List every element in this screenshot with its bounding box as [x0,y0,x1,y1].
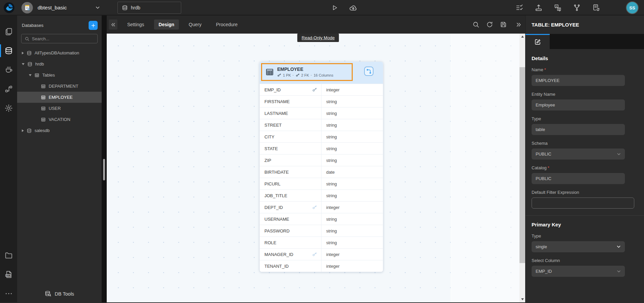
column-row-street[interactable]: STREETstring [260,119,383,131]
top-bar: dbtest_basic hrdb A SS [0,0,644,15]
column-name: ZIP [264,158,271,163]
run-icon[interactable] [331,4,338,11]
scroll-down-button[interactable] [519,296,525,302]
column-row-state[interactable]: STATEstring [260,142,383,154]
rail-item-folder[interactable] [0,251,17,260]
sidebar-scrollbar[interactable] [102,15,107,302]
collapse-sidebar-button[interactable] [109,19,117,30]
meta-separator: · [311,73,312,77]
app-avatar[interactable] [21,2,33,13]
tree-item-employee[interactable]: EMPLOYEE [17,92,102,103]
column-type: integer [321,260,383,272]
add-database-button[interactable] [89,21,98,30]
column-row-job_title[interactable]: JOB_TITLEstring [260,189,383,201]
sidebar-scrollbar-thumb[interactable] [103,159,105,180]
tree-item-department[interactable]: DEPARTMENT [17,81,102,92]
diagram-page-edge [451,34,519,302]
tree-item-label: AllTypesDBAutomation [35,50,79,55]
save-icon[interactable] [500,21,507,28]
search-input[interactable] [32,36,94,41]
plus-icon [91,23,96,28]
search-diagram-icon[interactable] [472,21,480,28]
column-row-birthdate[interactable]: BIRTHDATEdate [260,166,383,178]
pk-count: 1 PK [283,73,291,77]
diagram-canvas[interactable]: Read-Only Mode EMPLOYEE [107,34,519,302]
column-row-tenant_id[interactable]: TENANT_IDinteger [260,260,383,272]
db-tools-button[interactable]: DB Tools [17,286,102,302]
left-icon-rail: LOG [0,15,17,302]
caret-right-icon[interactable] [22,129,24,132]
edit-icon [534,38,541,46]
tab-query[interactable]: Query [184,19,206,30]
cloud-upload-icon[interactable] [349,4,357,12]
rail-item-log[interactable]: LOG [0,270,17,279]
entity-card-header[interactable]: EMPLOYEE 1 PK · [260,62,383,84]
column-row-lastname[interactable]: LASTNAMEstring [260,107,383,119]
scroll-up-button[interactable] [519,34,525,40]
tab-settings[interactable]: Settings [122,19,149,30]
open-tab-hrdb[interactable]: hrdb [117,2,181,14]
field-label: Default Filter Expression [532,190,638,195]
table-icon [41,95,46,100]
rail-item-pages[interactable] [0,27,17,36]
tree-item-tables[interactable]: Tables [17,70,102,81]
tree-item-alltypesdbautomation[interactable]: AllTypesDBAutomation [17,47,102,58]
export-drive-icon[interactable] [535,4,543,12]
column-row-emp_id[interactable]: EMP_IDinteger [260,84,383,95]
relationship-connector-button[interactable] [364,67,374,76]
user-avatar[interactable]: SS [626,1,639,14]
name-input[interactable] [532,75,625,86]
column-row-city[interactable]: CITYstring [260,131,383,142]
column-row-zip[interactable]: ZIPstring [260,154,383,166]
column-row-picurl[interactable]: PICURLstring [260,178,383,189]
default-filter-expression-input[interactable] [532,198,634,209]
tab-procedure[interactable]: Procedure [211,19,242,30]
column-row-manager_id[interactable]: MANAGER_IDinteger [260,248,383,260]
caret-down-icon[interactable] [22,63,24,65]
rail-item-more[interactable] [0,289,17,298]
type-input[interactable] [532,124,625,135]
canvas-scrollbar-thumb[interactable] [519,67,525,263]
tab-edit-properties[interactable] [526,34,550,49]
topbar-actions: A SS [515,0,639,15]
column-row-firstname[interactable]: FIRSTNAMEstring [260,95,383,107]
caret-right-icon[interactable] [22,52,24,54]
rail-item-gear[interactable] [0,103,17,113]
chevrons-right-icon[interactable] [515,21,522,28]
product-logo-icon[interactable] [3,2,15,14]
column-row-password[interactable]: PASSWORDstring [260,225,383,236]
connector-icon [366,69,372,74]
column-row-dept_id[interactable]: DEPT_IDinteger [260,201,383,213]
tab-design[interactable]: Design [154,19,179,30]
tree-item-hrdb[interactable]: hrdb [17,58,102,70]
checklist-icon[interactable] [515,4,524,12]
column-name: ROLE [264,240,276,245]
tree-item-salesdb[interactable]: salesdb [17,125,102,136]
caret-down-icon[interactable] [29,74,32,76]
column-row-username[interactable]: USERNAMEstring [260,213,383,225]
rail-item-coffee[interactable] [0,65,17,75]
type-select[interactable]: single [532,241,625,252]
document-sync-icon[interactable] [592,4,600,12]
refresh-icon[interactable] [486,21,493,28]
app-name[interactable]: dbtest_basic [38,5,67,11]
tree-item-vacation[interactable]: VACATION [17,114,102,125]
rail-item-database[interactable] [0,46,17,55]
column-type: string [321,213,383,225]
catalog-input[interactable] [532,173,625,184]
entity-card-employee[interactable]: EMPLOYEE 1 PK · [259,61,383,272]
branch-icon[interactable] [573,4,581,12]
column-type: integer [321,84,383,95]
field-label: Name* [532,67,638,72]
translate-icon[interactable]: A [554,4,562,12]
sidebar-search[interactable] [21,34,98,43]
column-type: integer [321,249,383,260]
rail-item-flow[interactable] [0,84,17,94]
canvas-vertical-scrollbar[interactable] [519,34,525,302]
select-column-select[interactable]: EMP_ID [532,266,625,277]
entity-name-input[interactable] [532,99,625,111]
tree-item-user[interactable]: USER [17,103,102,114]
column-row-role[interactable]: ROLEstring [260,236,383,248]
schema-select[interactable]: PUBLIC [532,148,625,160]
chevron-down-icon[interactable] [95,5,100,10]
